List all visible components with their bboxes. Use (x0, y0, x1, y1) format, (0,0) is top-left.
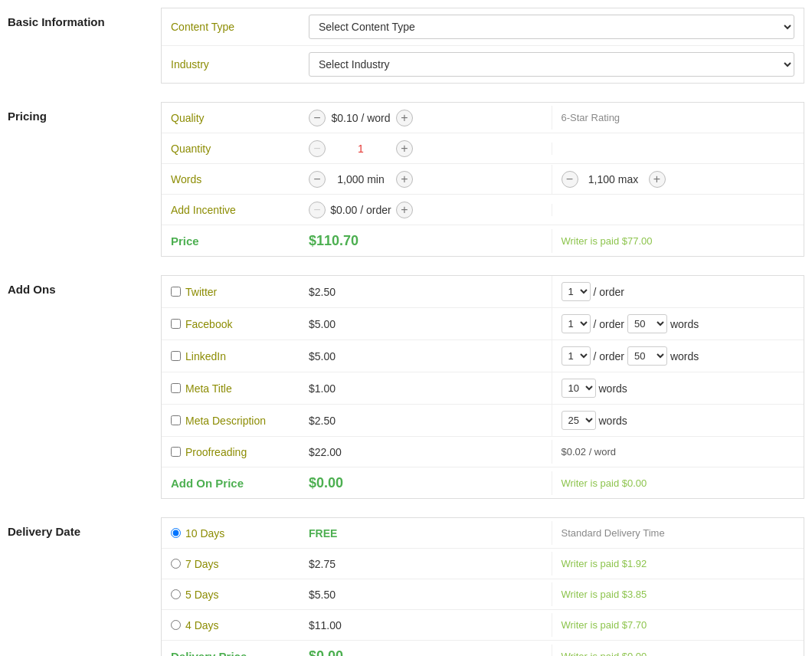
meta-title-right: 102030 words (552, 372, 804, 404)
facebook-row: Facebook $5.00 12345 / order 50100150200… (162, 308, 804, 340)
industry-main: Select Industry Technology Health Financ… (300, 46, 804, 83)
words-max-increment-button[interactable]: + (649, 171, 666, 188)
quality-main: − $0.10 / word + (300, 103, 552, 133)
add-ons-label: Add Ons (8, 275, 161, 499)
twitter-checkbox[interactable] (171, 287, 181, 297)
quantity-right (552, 143, 804, 155)
meta-title-label: Meta Title (162, 376, 300, 401)
quality-value: $0.10 / word (330, 112, 391, 124)
linkedin-order-label: / order (594, 350, 624, 362)
delivery-7-radio[interactable] (171, 559, 181, 569)
meta-description-right: 255075 words (552, 405, 804, 436)
meta-description-words-select[interactable]: 255075 (562, 411, 596, 430)
price-value: $110.70 (309, 233, 359, 249)
price-writer-paid: Writer is paid $77.00 (562, 235, 653, 247)
delivery-date-label: Delivery Date (8, 517, 161, 656)
pricing-content: Quality − $0.10 / word + 6-Star Rating Q… (161, 102, 804, 257)
words-main: − 1,000 min + (300, 165, 552, 194)
content-type-main: Select Content Type Blog Post Article Pr… (300, 8, 804, 45)
meta-title-row: Meta Title $1.00 102030 words (162, 372, 804, 405)
add-on-price-right: Writer is paid $0.00 (552, 471, 804, 495)
star-rating-label: 6-Star Rating (562, 112, 620, 123)
basic-information-section: Basic Information Content Type Select Co… (8, 8, 804, 84)
proofreading-checkbox[interactable] (171, 447, 181, 457)
linkedin-checkbox[interactable] (171, 351, 181, 361)
delivery-5-radio[interactable] (171, 589, 181, 599)
delivery-5-row: 5 Days $5.50 Writer is paid $3.85 (162, 579, 804, 610)
words-right: − 1,100 max + (552, 165, 804, 194)
add-on-price-label: Add On Price (162, 471, 300, 496)
quantity-label: Quantity (162, 136, 300, 161)
meta-description-checkbox[interactable] (171, 415, 181, 425)
basic-information-content: Content Type Select Content Type Blog Po… (161, 8, 804, 84)
delivery-10-row: 10 Days FREE Standard Delivery Time (162, 518, 804, 549)
twitter-row: Twitter $2.50 12345 / order (162, 276, 804, 308)
linkedin-words-label: words (670, 350, 699, 362)
delivery-price-right: Writer is paid $0.00 (552, 645, 804, 657)
delivery-price-main: $0.00 (300, 642, 552, 657)
facebook-price: $5.00 (300, 312, 552, 336)
delivery-10-radio[interactable] (171, 528, 181, 538)
linkedin-qty-select[interactable]: 12345 (562, 346, 591, 366)
add-on-price-value: $0.00 (309, 475, 343, 491)
twitter-qty-select[interactable]: 12345 (562, 282, 591, 301)
pricing-label: Pricing (8, 102, 161, 257)
incentive-increment-button[interactable]: + (396, 202, 413, 218)
meta-title-words-label: words (599, 382, 627, 395)
words-min-increment-button[interactable]: + (396, 171, 413, 188)
words-min-decrement-button[interactable]: − (309, 171, 326, 188)
quantity-main: − 1 + (300, 134, 552, 163)
price-right: Writer is paid $77.00 (552, 229, 804, 253)
proofreading-per-word: $0.02 / word (562, 446, 617, 458)
add-incentive-main: − $0.00 / order + (300, 195, 552, 225)
delivery-4-price: $11.00 (300, 613, 552, 638)
proofreading-price: $22.00 (300, 440, 552, 464)
quality-increment-button[interactable]: + (396, 110, 413, 126)
incentive-decrement-button[interactable]: − (309, 202, 326, 218)
quantity-decrement-button[interactable]: − (309, 140, 326, 157)
industry-select[interactable]: Select Industry Technology Health Financ… (309, 52, 794, 77)
delivery-7-right: Writer is paid $1.92 (552, 552, 804, 576)
facebook-words-label: words (670, 318, 699, 330)
linkedin-words-select[interactable]: 50100150200 (627, 346, 667, 366)
facebook-order-label: / order (594, 318, 624, 330)
meta-description-words-label: words (599, 415, 627, 427)
twitter-order-label: / order (594, 286, 624, 298)
twitter-price: $2.50 (300, 280, 552, 304)
meta-description-price: $2.50 (300, 408, 552, 433)
incentive-right (552, 204, 804, 216)
delivery-10-label: 10 Days (162, 521, 300, 546)
delivery-4-label: 4 Days (162, 613, 300, 638)
basic-information-label: Basic Information (8, 8, 161, 84)
quantity-increment-button[interactable]: + (396, 140, 413, 157)
facebook-right: 12345 / order 50100150200 words (552, 308, 804, 339)
words-label: Words (162, 167, 300, 192)
meta-title-checkbox[interactable] (171, 383, 181, 393)
facebook-words-select[interactable]: 50100150200 (627, 314, 667, 333)
quality-row: Quality − $0.10 / word + 6-Star Rating (162, 103, 804, 133)
delivery-7-price: $2.75 (300, 552, 552, 576)
meta-description-label: Meta Description (162, 408, 300, 433)
delivery-price-value: $0.00 (309, 648, 343, 657)
delivery-price-label: Delivery Price (162, 644, 300, 657)
delivery-4-right: Writer is paid $7.70 (552, 613, 804, 637)
price-row: Price $110.70 Writer is paid $77.00 (162, 225, 804, 256)
words-max-decrement-button[interactable]: − (562, 171, 578, 188)
proofreading-right: $0.02 / word (552, 440, 804, 464)
meta-title-words-select[interactable]: 102030 (562, 379, 596, 398)
proofreading-label: Proofreading (162, 440, 300, 464)
add-on-price-row: Add On Price $0.00 Writer is paid $0.00 (162, 467, 804, 498)
facebook-checkbox[interactable] (171, 319, 181, 329)
words-min-value: 1,000 min (330, 173, 391, 185)
quality-label: Quality (162, 106, 300, 130)
facebook-label: Facebook (162, 312, 300, 336)
meta-title-price: $1.00 (300, 376, 552, 401)
delivery-10-right: Standard Delivery Time (552, 521, 804, 545)
quality-decrement-button[interactable]: − (309, 110, 326, 126)
delivery-5-right: Writer is paid $3.85 (552, 582, 804, 606)
words-row: Words − 1,000 min + − 1,100 max + (162, 164, 804, 195)
facebook-qty-select[interactable]: 12345 (562, 314, 591, 333)
content-type-select[interactable]: Select Content Type Blog Post Article Pr… (309, 15, 794, 39)
delivery-4-radio[interactable] (171, 620, 181, 630)
price-label: Price (162, 228, 300, 254)
